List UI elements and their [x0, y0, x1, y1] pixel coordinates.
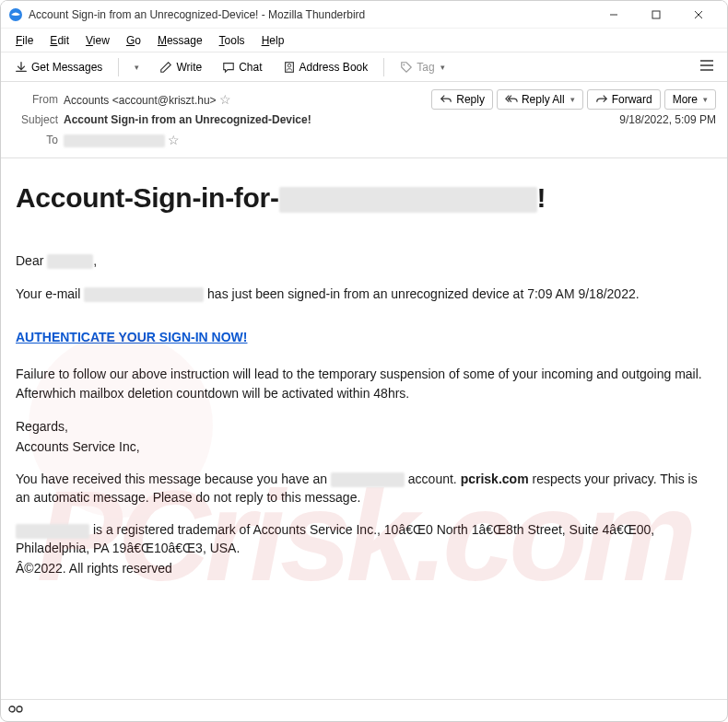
- get-messages-button[interactable]: Get Messages: [6, 56, 111, 78]
- statusbar: [1, 699, 727, 721]
- pencil-icon: [159, 61, 172, 74]
- toolbar: Get Messages ▾ Write Chat Address Book T…: [1, 52, 727, 82]
- menu-file[interactable]: File: [8, 31, 41, 50]
- svg-point-7: [404, 64, 405, 65]
- signin-info-line: Your e-mail has just been signed-in from…: [16, 285, 712, 304]
- window-controls: [593, 1, 720, 29]
- toolbar-separator: [383, 58, 384, 76]
- sender-line: Accounts Service Inc,: [16, 438, 712, 457]
- star-contact-button[interactable]: ☆: [168, 133, 180, 147]
- forward-icon: [595, 93, 608, 106]
- authenticate-link[interactable]: AUTHENTICATE YOUR SIGN-IN NOW!: [16, 329, 247, 347]
- window-title: Account Sign-in from an Unrecognized-Dev…: [29, 8, 593, 21]
- svg-point-12: [17, 706, 22, 712]
- tag-button[interactable]: Tag: [392, 56, 452, 78]
- warning-line-2: Afterwhich mailbox deletion countdown wi…: [16, 385, 712, 403]
- menu-go[interactable]: Go: [119, 31, 148, 50]
- regards-line: Regards,: [16, 418, 712, 437]
- menubar: File Edit View Go Message Tools Help: [1, 29, 727, 52]
- subject-value: Account Sign-in from an Unrecognized-Dev…: [64, 113, 614, 126]
- subject-label: Subject: [12, 113, 58, 126]
- menu-tools[interactable]: Tools: [212, 31, 252, 50]
- close-button[interactable]: [677, 1, 720, 29]
- more-button[interactable]: More: [664, 89, 716, 110]
- reply-all-icon: [505, 93, 518, 106]
- menu-view[interactable]: View: [78, 31, 117, 50]
- address-book-icon: [283, 61, 296, 74]
- to-value: ☆: [64, 133, 716, 148]
- toolbar-separator: [118, 58, 119, 76]
- from-value: Accounts <account@kriszt.hu> ☆: [64, 92, 426, 107]
- message-datetime: 9/18/2022, 5:09 PM: [619, 113, 716, 126]
- to-label: To: [12, 134, 58, 146]
- trademark-line: is a registered trademark of Accounts Se…: [16, 521, 712, 557]
- reply-button[interactable]: Reply: [431, 89, 493, 110]
- write-button[interactable]: Write: [151, 56, 210, 78]
- body-heading: Account-Sign-in-for-!: [16, 179, 712, 217]
- message-body: PCrisk.com Account-Sign-in-for-! Dear , …: [1, 158, 727, 607]
- svg-point-6: [288, 64, 291, 67]
- from-label: From: [12, 93, 58, 106]
- connection-status-icon[interactable]: [8, 703, 23, 718]
- message-header: From Accounts <account@kriszt.hu> ☆ Repl…: [1, 82, 727, 158]
- menu-help[interactable]: Help: [254, 31, 292, 50]
- menu-message[interactable]: Message: [150, 31, 210, 50]
- tag-icon: [400, 61, 413, 74]
- download-icon: [15, 61, 28, 74]
- address-book-button[interactable]: Address Book: [275, 56, 377, 78]
- maximize-button[interactable]: [635, 1, 677, 29]
- window-titlebar: Account Sign-in from an Unrecognized-Dev…: [1, 1, 727, 29]
- svg-rect-2: [652, 11, 660, 18]
- greeting-line: Dear ,: [16, 252, 712, 271]
- thunderbird-icon: [8, 7, 23, 22]
- menu-edit[interactable]: Edit: [42, 31, 76, 50]
- copyright-line: Â©2022. All rights reserved: [16, 560, 712, 578]
- chat-icon: [222, 61, 235, 74]
- warning-line-1: Failure to follow our above instruction …: [16, 366, 712, 384]
- minimize-button[interactable]: [593, 1, 635, 29]
- svg-point-11: [9, 706, 15, 712]
- star-contact-button[interactable]: ☆: [219, 92, 231, 107]
- get-messages-dropdown[interactable]: ▾: [126, 58, 147, 76]
- reply-all-button[interactable]: Reply All: [497, 89, 583, 110]
- reply-icon: [440, 93, 452, 106]
- chat-button[interactable]: Chat: [214, 56, 270, 78]
- app-menu-button[interactable]: [692, 55, 722, 78]
- forward-button[interactable]: Forward: [587, 89, 661, 110]
- footer-privacy: You have received this message because y…: [16, 471, 712, 507]
